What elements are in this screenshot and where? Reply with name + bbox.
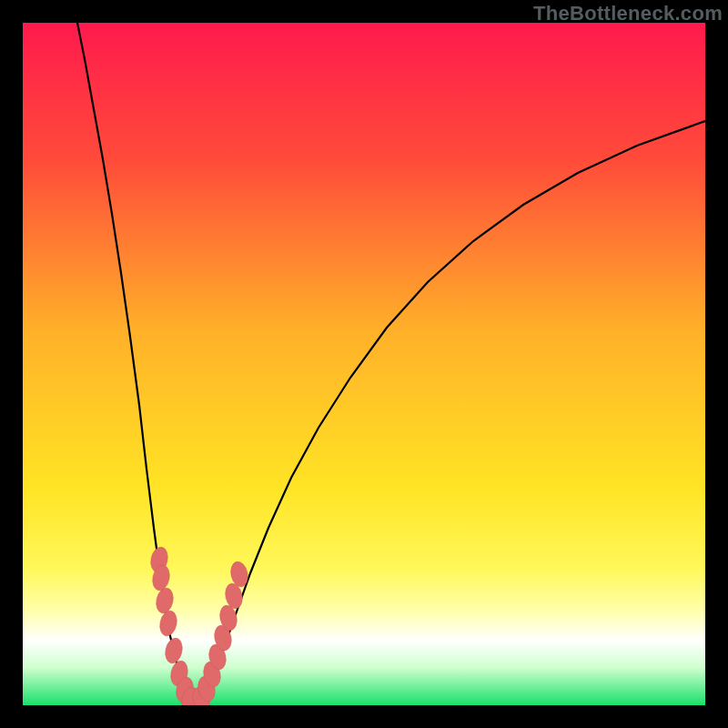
- background-gradient: [23, 23, 705, 705]
- plot-area: [23, 23, 705, 705]
- chart-stage: TheBottleneck.com: [0, 0, 728, 728]
- watermark-text: TheBottleneck.com: [533, 2, 723, 25]
- svg-rect-0: [23, 23, 705, 705]
